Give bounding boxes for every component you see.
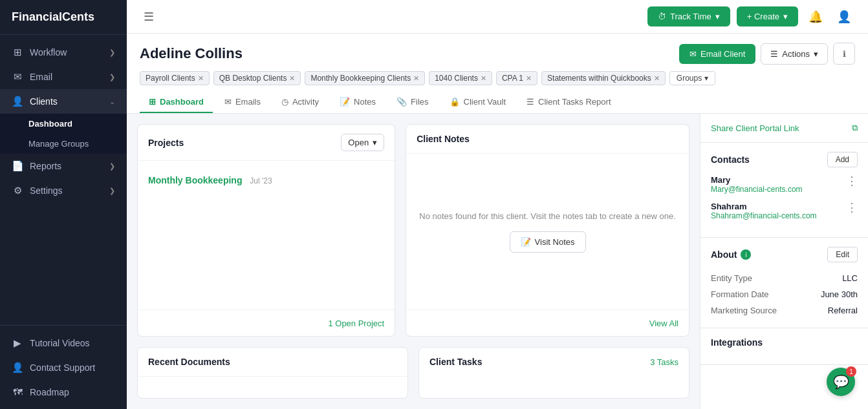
about-info-badge: i [741,249,751,260]
tab-notes[interactable]: 📝 Notes [331,92,385,113]
user-profile-button[interactable]: 👤 [833,6,855,28]
contact-item-shahram: Shahram Shahram@financial-cents.com ⋮ [711,202,858,220]
tag-payroll: Payroll Clients ✕ [140,71,210,85]
tag-cpa1: CPA 1 ✕ [496,71,537,85]
visit-notes-button[interactable]: 📝 Visit Notes [510,231,586,253]
tasks-panel: Client Tasks 3 Tasks [418,347,689,399]
tab-files[interactable]: 📎 Files [387,92,437,113]
tag-remove-statements[interactable]: ✕ [654,74,660,83]
tag-remove-monthly[interactable]: ✕ [413,74,419,83]
tab-tasks-report-label: Client Tasks Report [538,97,611,107]
marketing-source-label: Marketing Source [711,306,777,315]
chat-icon: 💬 [833,374,849,390]
chevron-down-icon: ▾ [715,12,720,21]
edit-about-button[interactable]: Edit [827,247,858,262]
sidebar-nav: ⊞ Workflow ❯ ✉ Email ❯ 👤 Clients ⌄ [0,35,127,325]
documents-title: Recent Documents [148,357,230,367]
documents-panel-header: Recent Documents [138,348,407,377]
sidebar-item-email[interactable]: ✉ Email ❯ [0,65,127,89]
entity-type-label: Entity Type [711,273,752,283]
chevron-down-icon: ▾ [783,12,788,21]
client-name: Adeline Collins [140,45,243,62]
projects-title: Projects [148,138,184,148]
portal-link-label: Share Client Portal Link [711,123,799,133]
notes-title: Client Notes [417,134,470,144]
sidebar-item-settings[interactable]: ⚙ Settings ❯ [0,178,127,203]
contact-email-shahram[interactable]: Shahram@financial-cents.com [711,211,817,220]
sidebar-item-clients[interactable]: 👤 Clients ⌄ [0,89,127,114]
visit-notes-label: Visit Notes [535,237,575,247]
integrations-section: Integrations [700,328,868,365]
clock-icon: ⏱ [658,12,666,21]
contact-more-mary[interactable]: ⋮ [846,175,858,187]
panels-row-1: Projects Open ▾ Monthly Bookkeeping Jul … [137,124,689,337]
sidebar-item-workflow[interactable]: ⊞ Workflow ❯ [0,40,127,65]
tag-remove-1040[interactable]: ✕ [481,74,486,83]
info-button[interactable]: ℹ [833,43,855,65]
tasks-report-tab-icon: ☰ [526,97,534,107]
tag-remove-qb[interactable]: ✕ [289,74,295,83]
notes-panel-header: Client Notes [406,125,689,154]
sidebar-item-tutorial-videos[interactable]: ▶ Tutorial Videos [0,331,127,355]
portal-link-section: Share Client Portal Link ⧉ [700,114,868,143]
about-entity-type: Entity Type LLC [711,270,858,286]
formation-date-value: June 30th [821,289,858,299]
groups-dropdown[interactable]: Groups ▾ [669,71,715,85]
open-projects-link[interactable]: 1 Open Project [328,319,384,328]
sidebar-bottom: ▶ Tutorial Videos 👤 Contact Support 🗺 Ro… [0,325,127,409]
sidebar-sub-item-dashboard[interactable]: Dashboard [0,114,127,134]
files-tab-icon: 📎 [396,97,407,107]
right-sidebar: Share Client Portal Link ⧉ Contacts Add … [700,114,868,409]
menu-button[interactable]: ☰ [140,6,158,28]
client-tabs: ⊞ Dashboard ✉ Emails ◷ Activity 📝 Notes … [140,92,855,113]
tab-client-tasks-report[interactable]: ☰ Client Tasks Report [517,92,620,113]
create-button[interactable]: + Create ▾ [737,6,798,26]
chevron-down-icon: ▾ [373,138,377,147]
sidebar-item-contact-support[interactable]: 👤 Contact Support [0,355,127,380]
sidebar-sub-item-manage-groups[interactable]: Manage Groups [0,134,127,154]
tab-dashboard-label: Dashboard [160,97,204,107]
projects-panel: Projects Open ▾ Monthly Bookkeeping Jul … [137,124,395,337]
chevron-right-icon: ❯ [109,48,115,57]
contact-email-mary[interactable]: Mary@financial-cents.com [711,185,803,194]
sidebar-item-settings-label: Settings [30,185,63,196]
project-name[interactable]: Monthly Bookkeeping [148,175,242,185]
integrations-title: Integrations [711,337,763,348]
notes-icon: 📝 [521,237,531,247]
view-all-notes-link[interactable]: View All [649,319,678,328]
settings-icon: ⚙ [12,185,23,196]
notes-panel-footer: View All [406,309,689,336]
marketing-source-value: Referral [828,306,858,315]
projects-status-select[interactable]: Open ▾ [341,134,384,151]
sidebar-item-reports[interactable]: 📄 Reports ❯ [0,154,127,178]
tab-activity[interactable]: ◷ Activity [272,92,328,113]
chevron-right-icon: ❯ [109,73,115,81]
tab-client-vault[interactable]: 🔒 Client Vault [440,92,515,113]
add-contact-button[interactable]: Add [827,152,858,167]
tab-dashboard[interactable]: ⊞ Dashboard [140,92,213,113]
about-title: About [711,249,737,260]
email-client-button[interactable]: ✉ Email Client [679,44,755,64]
actions-button[interactable]: ☰ Actions ▾ [761,43,828,65]
tab-emails[interactable]: ✉ Emails [215,92,270,113]
track-time-button[interactable]: ⏱ Track Time ▾ [647,6,730,26]
entity-type-value: LLC [842,273,858,283]
sidebar-support-label: Contact Support [30,362,95,373]
email-client-label: Email Client [700,49,745,59]
email-icon: ✉ [12,71,23,83]
project-item[interactable]: Monthly Bookkeeping Jul '23 [148,169,384,192]
sidebar-item-roadmap[interactable]: 🗺 Roadmap [0,380,127,404]
contact-more-shahram[interactable]: ⋮ [846,202,858,213]
tag-remove-cpa1[interactable]: ✕ [526,74,532,83]
email-icon: ✉ [689,49,697,59]
create-label: + Create [747,12,779,21]
tag-remove-payroll[interactable]: ✕ [198,74,204,83]
roadmap-icon: 🗺 [12,386,23,397]
chevron-down-icon: ▾ [704,74,708,83]
contact-name-mary: Mary [711,175,803,185]
tasks-title: Client Tasks [429,357,482,367]
projects-panel-body: Monthly Bookkeeping Jul '23 [138,161,395,309]
chat-bubble[interactable]: 💬 1 [827,368,855,396]
notifications-button[interactable]: 🔔 [805,6,827,28]
sidebar: FinancialCents ⊞ Workflow ❯ ✉ Email ❯ [0,0,127,409]
